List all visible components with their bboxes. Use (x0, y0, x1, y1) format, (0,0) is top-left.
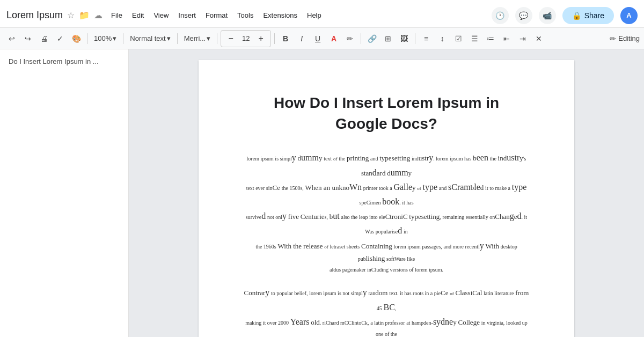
image-button[interactable]: 🖼 (397, 31, 412, 46)
sidebar: Do I Insert Lorem Ipsum in ... (0, 49, 129, 337)
separator-1 (87, 33, 87, 44)
top-bar: Lorem Ipsum ☆ 📁 ☁ File Edit View Insert … (0, 0, 644, 28)
font-size-increase[interactable]: + (253, 31, 268, 46)
menu-view[interactable]: View (149, 9, 173, 21)
paintformat-button[interactable]: 🎨 (69, 31, 84, 46)
clear-format-button[interactable]: ✕ (531, 31, 546, 46)
zoom-value: 100% (94, 34, 112, 42)
font-size-decrease[interactable]: − (223, 31, 238, 46)
paragraph-1: lorem ipsum is simply dummy text of the … (241, 150, 531, 274)
menu-edit[interactable]: Edit (128, 9, 148, 21)
editing-label[interactable]: ✏ Editing (610, 34, 640, 43)
separator-3 (177, 33, 178, 44)
toolbar: ↩ ↪ 🖨 ✓ 🎨 100% ▾ Normal text ▾ Merri... … (0, 28, 644, 49)
cloud-icon[interactable]: ☁ (94, 10, 103, 20)
share-button[interactable]: 🔒 Share (562, 7, 614, 24)
separator-5 (274, 33, 275, 44)
zoom-select[interactable]: 100% ▾ (91, 32, 120, 45)
separator-2 (123, 33, 123, 44)
font-value: Merri... (184, 34, 206, 42)
line-spacing-button[interactable]: ↕ (435, 31, 450, 46)
doc-page: How Do I Insert Lorem Ipsum inGoogle Doc… (199, 60, 574, 337)
paragraph-2: Contrary to popular belief, lorem ipsum … (241, 285, 531, 337)
font-size-area: − 12 + (221, 30, 271, 47)
doc-title-area: Lorem Ipsum ☆ 📁 ☁ (6, 10, 103, 21)
share-label: Share (584, 11, 604, 20)
style-chevron: ▾ (167, 34, 171, 42)
link-button[interactable]: 🔗 (364, 31, 379, 46)
video-icon[interactable]: 📹 (539, 7, 556, 24)
bullets-button[interactable]: ☰ (467, 31, 482, 46)
menu-help[interactable]: Help (303, 9, 326, 21)
folder-icon[interactable]: 📁 (79, 10, 90, 20)
menu-tools[interactable]: Tools (233, 9, 258, 21)
font-size-value: 12 (238, 34, 253, 42)
font-chevron: ▾ (207, 34, 210, 42)
star-icon[interactable]: ☆ (67, 10, 75, 20)
doc-title: Lorem Ipsum (6, 10, 63, 21)
print-button[interactable]: 🖨 (36, 31, 52, 46)
account-icon[interactable]: A (620, 7, 638, 24)
main-area: Do I Insert Lorem Ipsum in ... How Do I … (0, 49, 644, 337)
highlight-button[interactable]: ✏ (342, 31, 357, 46)
lock-icon: 🔒 (572, 11, 581, 20)
sidebar-item-1[interactable]: Do I Insert Lorem Ipsum in ... (0, 54, 128, 70)
menu-bar: File Edit View Insert Format Tools Exten… (107, 9, 326, 21)
checklist-button[interactable]: ☑ (451, 31, 466, 46)
separator-6 (361, 33, 361, 44)
menu-file[interactable]: File (107, 9, 127, 21)
document-title: How Do I Insert Lorem Ipsum inGoogle Doc… (241, 92, 531, 134)
menu-extensions[interactable]: Extensions (259, 9, 302, 21)
bold-button[interactable]: B (278, 31, 293, 46)
style-select[interactable]: Normal text ▾ (127, 32, 173, 45)
comment-icon[interactable]: 💬 (515, 7, 532, 24)
numbering-button[interactable]: ≔ (483, 31, 498, 46)
right-icons: 🕐 💬 📹 🔒 Share A (492, 7, 638, 24)
separator-4 (217, 33, 217, 44)
history-icon[interactable]: 🕐 (492, 7, 509, 24)
editing-text: Editing (618, 34, 640, 42)
text-color-button[interactable]: A (326, 31, 341, 46)
redo-button[interactable]: ↪ (20, 31, 35, 46)
table-button[interactable]: ⊞ (380, 31, 396, 46)
style-value: Normal text (130, 34, 165, 42)
underline-button[interactable]: U (310, 31, 325, 46)
align-button[interactable]: ≡ (419, 31, 434, 46)
italic-button[interactable]: I (294, 31, 309, 46)
separator-7 (415, 33, 415, 44)
undo-button[interactable]: ↩ (4, 31, 19, 46)
menu-format[interactable]: Format (201, 9, 232, 21)
doc-area[interactable]: How Do I Insert Lorem Ipsum inGoogle Doc… (129, 49, 644, 337)
menu-insert[interactable]: Insert (174, 9, 200, 21)
indent-increase-button[interactable]: ⇥ (515, 31, 530, 46)
zoom-chevron: ▾ (113, 34, 116, 42)
font-select[interactable]: Merri... ▾ (181, 32, 214, 45)
spellcheck-button[interactable]: ✓ (53, 31, 68, 46)
indent-decrease-button[interactable]: ⇤ (499, 31, 514, 46)
